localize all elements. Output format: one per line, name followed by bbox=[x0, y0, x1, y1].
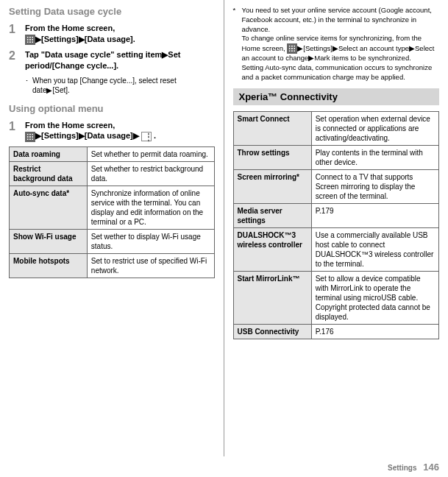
text: From the Home screen, bbox=[25, 24, 115, 32]
arrow-icon: ▶ bbox=[35, 35, 41, 43]
table-row: Throw settingsPlay contents in the termi… bbox=[233, 145, 439, 169]
apps-icon bbox=[25, 35, 35, 45]
cell-label: Start MirrorLink™ bbox=[233, 271, 311, 324]
arrow-icon: ▶ bbox=[79, 131, 85, 140]
text: Select an account type bbox=[338, 44, 409, 52]
table-row: Auto-sync data*Synchronize information o… bbox=[10, 186, 215, 229]
cell-value: Play contents in the terminal with other… bbox=[311, 145, 438, 169]
text: Mark items to be synchronized. bbox=[314, 54, 410, 62]
cell-value: Set to restrict use of specified Wi-Fi n… bbox=[87, 253, 214, 278]
page-number: 146 bbox=[423, 462, 439, 473]
cell-label: Smart Connect bbox=[233, 111, 311, 145]
cell-label: USB Connectivity bbox=[233, 324, 311, 339]
text: [Settings] bbox=[41, 35, 79, 43]
text: Setting Auto-sync data, communication oc… bbox=[242, 63, 433, 81]
cell-value: Use a commercially available USB host ca… bbox=[311, 227, 438, 271]
cell-label: Throw settings bbox=[233, 145, 311, 169]
table-row: Media server settingsP.179 bbox=[233, 203, 439, 227]
table-row: Data roamingSet whether to permit data r… bbox=[10, 146, 215, 161]
text: From the Home screen, bbox=[25, 121, 115, 130]
cell-label: Data roaming bbox=[10, 146, 88, 161]
bullet-dot: ･ bbox=[25, 76, 32, 96]
arrow-icon: ▶ bbox=[133, 131, 139, 140]
text: [Set]. bbox=[52, 86, 69, 94]
cell-label: Restrict background data bbox=[10, 161, 88, 186]
bullet-1: ･ When you tap [Change cycle...], select… bbox=[25, 76, 215, 96]
cell-value: Set to allow a device compatible with Mi… bbox=[311, 271, 438, 324]
arrow-icon: ▶ bbox=[79, 35, 85, 43]
footnote: * You need to set your online service ac… bbox=[233, 6, 440, 82]
section-header: Xperia™ Connectivity bbox=[233, 88, 440, 105]
menu-dots-icon bbox=[141, 132, 152, 141]
text: You need to set your online service acco… bbox=[242, 6, 432, 33]
step-text: Tap "Data usage cycle" setting item▶Set … bbox=[25, 49, 215, 71]
cell-label: Screen mirroring* bbox=[233, 169, 311, 203]
text: [Settings] bbox=[303, 44, 333, 52]
step-text: From the Home screen, ▶[Settings]▶[Data … bbox=[25, 23, 215, 45]
table-row: Restrict background dataSet whether to r… bbox=[10, 161, 215, 186]
table-row: Show Wi-Fi usageSet wether to display Wi… bbox=[10, 229, 215, 253]
cell-label: Show Wi-Fi usage bbox=[10, 229, 88, 253]
bullet-text: When you tap [Change cycle...], select r… bbox=[32, 76, 215, 96]
connectivity-table: Smart ConnectSet operation when external… bbox=[233, 111, 440, 339]
heading-cycle: Setting Data usage cycle bbox=[9, 6, 215, 17]
cell-value: Set operation when external device is co… bbox=[311, 111, 438, 145]
cell-value: Synchronize information of online servic… bbox=[87, 186, 214, 229]
heading-optional: Using optional menu bbox=[9, 103, 215, 114]
cell-label: Auto-sync data* bbox=[10, 186, 88, 229]
step-num: 1 bbox=[9, 23, 25, 45]
step-a: 1 From the Home screen, ▶[Settings]▶[Dat… bbox=[9, 120, 215, 142]
step-text: From the Home screen, ▶[Settings]▶[Data … bbox=[25, 120, 215, 142]
text: [Data usage] bbox=[85, 131, 133, 140]
step-num: 1 bbox=[9, 120, 25, 142]
table-row: Mobile hotspotsSet to restrict use of sp… bbox=[10, 253, 215, 278]
table-row: Screen mirroring*Connect to a TV that su… bbox=[233, 169, 439, 203]
text: [Settings] bbox=[41, 131, 79, 140]
cell-label: Mobile hotspots bbox=[10, 253, 88, 278]
footer-label: Settings bbox=[388, 464, 416, 472]
table-row: USB ConnectivityP.176 bbox=[233, 324, 439, 339]
cell-label: DUALSHOCK™3 wireless controller bbox=[233, 227, 311, 271]
footnote-body: You need to set your online service acco… bbox=[242, 6, 440, 82]
cell-value: Connect to a TV that supports Screen mir… bbox=[311, 169, 438, 203]
table-row: DUALSHOCK™3 wireless controllerUse a com… bbox=[233, 227, 439, 271]
cell-label: Media server settings bbox=[233, 203, 311, 227]
table-row: Smart ConnectSet operation when external… bbox=[233, 111, 439, 145]
footnote-mark: * bbox=[233, 6, 242, 82]
text: [Data usage]. bbox=[85, 35, 135, 43]
arrow-icon: ▶ bbox=[409, 44, 415, 52]
step-num: 2 bbox=[9, 49, 25, 71]
cell-value: P.179 bbox=[311, 203, 438, 227]
footer: Settings 146 bbox=[388, 462, 439, 473]
step-2: 2 Tap "Data usage cycle" setting item▶Se… bbox=[9, 49, 215, 71]
arrow-icon: ▶ bbox=[333, 44, 338, 52]
arrow-icon: ▶ bbox=[35, 131, 41, 140]
data-usage-table: Data roamingSet whether to permit data r… bbox=[9, 146, 215, 278]
step-1: 1 From the Home screen, ▶[Settings]▶[Dat… bbox=[9, 23, 215, 45]
table-row: Start MirrorLink™Set to allow a device c… bbox=[233, 271, 439, 324]
cell-value: Set whether to restrict background data. bbox=[87, 161, 214, 186]
text: . bbox=[154, 131, 156, 140]
cell-value: Set wether to display Wi-Fi usage status… bbox=[87, 229, 214, 253]
apps-icon bbox=[287, 43, 297, 54]
apps-icon bbox=[25, 132, 35, 142]
cell-value: Set whether to permit data roaming. bbox=[87, 146, 214, 161]
text: Tap "Data usage cycle" setting item bbox=[25, 50, 162, 59]
cell-value: P.176 bbox=[311, 324, 438, 339]
